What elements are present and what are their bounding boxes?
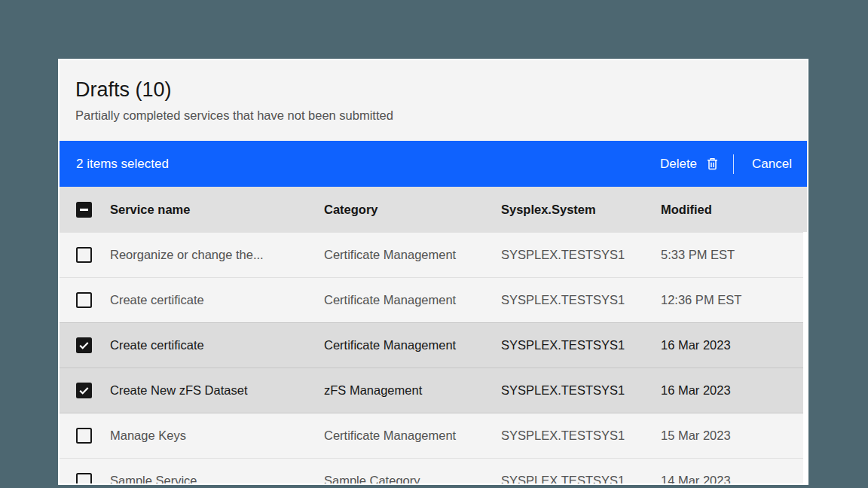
column-header-category[interactable]: Category	[324, 203, 501, 217]
table-row[interactable]: Sample Service Sample Category SYSPLEX.T…	[60, 458, 807, 485]
panel-header: Drafts (10) Partially completed services…	[60, 60, 807, 141]
cell-modified: 12:36 PM EST	[661, 293, 807, 307]
cell-modified: 14 Mar 2023	[661, 474, 807, 485]
cell-sysplex-system: SYSPLEX.TESTSYS1	[501, 248, 661, 262]
cell-sysplex-system: SYSPLEX.TESTSYS1	[501, 293, 661, 307]
column-header-sysplex-system[interactable]: Sysplex.System	[501, 203, 661, 217]
cancel-button[interactable]: Cancel	[752, 154, 792, 175]
column-header-service-name[interactable]: Service name	[110, 203, 324, 217]
row-checkbox[interactable]	[76, 428, 92, 444]
cell-sysplex-system: SYSPLEX.TESTSYS1	[501, 338, 661, 352]
cell-service-name: Create certificate	[110, 338, 324, 352]
cancel-button-label: Cancel	[752, 157, 792, 172]
checkbox-cell	[60, 247, 110, 263]
cell-modified: 16 Mar 2023	[661, 383, 807, 398]
cell-service-name: Reorganize or change the...	[110, 248, 324, 262]
checkbox-cell	[60, 473, 110, 485]
batch-action-bar: 2 items selected Delete Cancel	[60, 141, 807, 187]
cell-sysplex-system: SYSPLEX.TESTSYS1	[501, 429, 661, 443]
drafts-panel: Drafts (10) Partially completed services…	[58, 59, 808, 485]
cell-service-name: Sample Service	[110, 474, 324, 485]
checkbox-cell	[60, 292, 110, 308]
cell-sysplex-system: SYSPLEX.TESTSYS1	[501, 383, 661, 398]
table-row[interactable]: Manage Keys Certificate Management SYSPL…	[60, 413, 807, 458]
cell-sysplex-system: SYSPLEX.TESTSYS1	[501, 474, 661, 485]
cell-service-name: Create certificate	[110, 293, 324, 307]
cell-service-name: Create New zFS Dataset	[110, 383, 324, 398]
cell-category: Certificate Management	[324, 429, 501, 443]
cell-category: zFS Management	[324, 383, 501, 398]
checkbox-cell	[60, 383, 110, 398]
table-row[interactable]: Create certificate Certificate Managemen…	[60, 322, 807, 368]
cell-service-name: Manage Keys	[110, 429, 324, 443]
scrollbar-track[interactable]	[803, 232, 807, 485]
selection-count-label: 2 items selected	[76, 157, 169, 172]
checkbox-cell	[60, 337, 110, 353]
cell-modified: 16 Mar 2023	[661, 338, 807, 352]
drafts-table: Service name Category Sysplex.System Mod…	[60, 187, 807, 485]
header-checkbox-cell	[60, 202, 110, 218]
delete-button[interactable]: Delete	[660, 154, 720, 175]
batch-bar-divider	[733, 154, 734, 174]
cell-category: Certificate Management	[324, 293, 501, 307]
cell-modified: 5:33 PM EST	[661, 248, 807, 262]
cell-category: Sample Category	[324, 474, 501, 485]
row-checkbox[interactable]	[76, 473, 92, 485]
row-checkbox[interactable]	[76, 292, 92, 308]
trash-can-icon	[705, 157, 720, 171]
page-background: { "colors": { "page_background": "#4d677…	[0, 0, 868, 488]
cell-category: Certificate Management	[324, 248, 501, 262]
cell-modified: 15 Mar 2023	[661, 429, 807, 443]
row-checkbox[interactable]	[76, 337, 92, 353]
table-row[interactable]: Reorganize or change the... Certificate …	[60, 232, 807, 277]
page-subtitle: Partially completed services that have n…	[75, 107, 791, 124]
cell-category: Certificate Management	[324, 338, 501, 352]
batch-actions: Delete Cancel	[660, 154, 792, 175]
table-row[interactable]: Create certificate Certificate Managemen…	[60, 277, 807, 322]
delete-button-label: Delete	[660, 157, 697, 172]
table-header-row: Service name Category Sysplex.System Mod…	[60, 187, 807, 232]
checkbox-cell	[60, 428, 110, 444]
table-row[interactable]: Create New zFS Dataset zFS Management SY…	[60, 368, 807, 413]
row-checkbox[interactable]	[76, 247, 92, 263]
select-all-checkbox[interactable]	[76, 202, 92, 218]
row-checkbox[interactable]	[76, 383, 92, 398]
page-title: Drafts (10)	[75, 77, 791, 102]
column-header-modified[interactable]: Modified	[661, 203, 807, 217]
